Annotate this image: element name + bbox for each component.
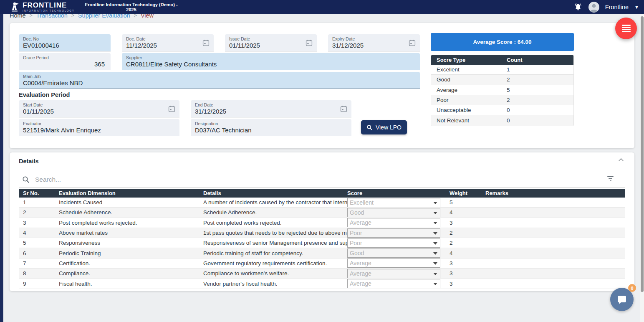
dimension-cell: Post completed works rejected. bbox=[59, 220, 203, 226]
details-cell: Schedule Adherence. bbox=[203, 209, 347, 216]
chevron-down-icon bbox=[433, 202, 437, 204]
score-select[interactable]: Average bbox=[347, 259, 440, 268]
score-select[interactable]: Poor bbox=[347, 228, 440, 238]
evaluator-field[interactable]: Evaluator 521519/Mark Alvin Enriquez bbox=[19, 119, 179, 136]
evaluator-value: 521519/Mark Alvin Enriquez bbox=[23, 126, 175, 134]
user-menu-label[interactable]: Frontline bbox=[605, 4, 629, 10]
view-lpo-button[interactable]: View LPO bbox=[361, 120, 407, 134]
score-summary-table: Socre Type Count Excellent 1 Good 2 Aver… bbox=[431, 55, 574, 126]
score-select[interactable]: Average bbox=[347, 279, 440, 288]
issue-date-value: 01/11/2025 bbox=[229, 41, 313, 50]
user-menu-chevron-down-icon[interactable]: ▼ bbox=[634, 5, 639, 10]
score-type-cell: Unacceptable bbox=[431, 107, 507, 113]
sr-cell: 8 bbox=[19, 270, 59, 276]
details-table-row: 5 Responsiveness Responsiveness of senio… bbox=[19, 238, 625, 248]
score-summary-row: Not Relevant 0 bbox=[431, 115, 573, 125]
details-table: Sr No. Evaluation Dimension Details Scor… bbox=[19, 189, 625, 289]
calendar-icon[interactable] bbox=[202, 39, 210, 46]
details-table-row: 3 Post completed works rejected. Post co… bbox=[19, 218, 625, 228]
score-select[interactable]: Average bbox=[347, 269, 440, 278]
navbar-right: Frontline ▼ bbox=[573, 0, 639, 14]
score-select-value: Excellent bbox=[348, 199, 429, 206]
supplier-evaluation-form-card: Doc. No EV01000416 Doc. Date 11/12/2025 … bbox=[10, 23, 634, 148]
chevron-down-icon bbox=[433, 232, 437, 235]
chevron-down-icon bbox=[433, 283, 437, 285]
calendar-icon[interactable] bbox=[340, 105, 347, 112]
weight-cell: 3 bbox=[450, 260, 485, 266]
calendar-icon[interactable] bbox=[168, 105, 175, 112]
score-count-cell: 2 bbox=[507, 97, 573, 103]
dimension-cell: Compliance. bbox=[59, 270, 203, 276]
end-date-field[interactable]: End Date 31/12/2025 bbox=[191, 100, 351, 117]
main-job-field[interactable]: Main Job C0004/Emirates NBD bbox=[19, 72, 420, 89]
sr-cell: 4 bbox=[19, 230, 59, 236]
start-date-field[interactable]: Start Date 01/11/2025 bbox=[19, 100, 179, 117]
calendar-icon[interactable] bbox=[409, 39, 416, 46]
supplier-field[interactable]: Supplier CR0811/Elite Safety Consultants bbox=[122, 53, 420, 70]
filter-icon[interactable] bbox=[607, 176, 614, 183]
expiry-date-field[interactable]: Expiry Date 31/12/2025 bbox=[328, 34, 420, 51]
vertical-scrollbar[interactable] bbox=[640, 14, 644, 322]
details-table-row: 8 Compliance. Compliance to workmen's we… bbox=[19, 269, 625, 279]
page-root: Home > Transaction > Supplier Evaluation… bbox=[0, 0, 644, 322]
score-summary-row: Average 5 bbox=[431, 85, 573, 95]
start-date-label: Start Date bbox=[23, 102, 175, 107]
doc-date-field[interactable]: Doc. Date 11/12/2025 bbox=[122, 34, 214, 51]
dimension-cell: Incidents Caused bbox=[59, 199, 203, 205]
logo-subtitle: INFORMATION TECHNOLOGY bbox=[23, 10, 75, 12]
score-select[interactable]: Good bbox=[347, 248, 440, 258]
score-count-cell: 0 bbox=[507, 117, 573, 124]
frontline-logo[interactable]: FRONTLINE INFORMATION TECHNOLOGY bbox=[11, 2, 75, 13]
score-select-value: Good bbox=[348, 250, 429, 256]
collapsed-sidebar[interactable] bbox=[0, 14, 3, 322]
score-select[interactable]: Poor bbox=[347, 238, 440, 248]
notifications-bell-icon[interactable] bbox=[573, 3, 583, 12]
main-job-value: C0004/Emirates NBD bbox=[23, 79, 416, 87]
calendar-icon[interactable] bbox=[306, 39, 313, 46]
details-table-header: Sr No. Evaluation Dimension Details Scor… bbox=[19, 189, 625, 198]
details-cell: 1st pass quotes that needs to be rejecte… bbox=[203, 230, 347, 236]
grace-period-field[interactable]: Grace Period 365 bbox=[19, 53, 111, 70]
sr-cell: 5 bbox=[19, 240, 59, 246]
chat-badge: 0 bbox=[628, 284, 636, 292]
average-score-banner: Average Score : 64.00 bbox=[431, 33, 574, 51]
header-sr-no: Sr No. bbox=[19, 190, 59, 196]
sr-cell: 2 bbox=[19, 209, 59, 216]
sr-cell: 6 bbox=[19, 250, 59, 256]
score-select-value: Average bbox=[348, 219, 429, 226]
grace-period-label: Grace Period bbox=[23, 55, 106, 60]
issue-date-field[interactable]: Issue Date 01/11/2025 bbox=[225, 34, 317, 51]
chat-bubble-icon bbox=[616, 294, 627, 305]
search-input[interactable] bbox=[35, 176, 578, 183]
view-lpo-label: View LPO bbox=[376, 124, 402, 131]
details-table-row: 2 Schedule Adherence. Schedule Adherence… bbox=[19, 208, 625, 218]
details-search-bar bbox=[19, 172, 625, 188]
score-select-value: Average bbox=[348, 260, 429, 266]
weight-cell: 3 bbox=[450, 270, 485, 276]
score-summary-row: Good 2 bbox=[431, 75, 573, 85]
app-title: Frontline Information Technology (Demo) … bbox=[81, 2, 182, 12]
doc-date-label: Doc. Date bbox=[126, 36, 210, 41]
collapse-chevron-up-icon[interactable] bbox=[618, 157, 624, 163]
score-count-header: Count bbox=[507, 57, 573, 63]
avatar[interactable] bbox=[588, 2, 599, 13]
details-table-row: 1 Incidents Caused A number of incidents… bbox=[19, 198, 625, 208]
app-title-line2: 2025 bbox=[81, 7, 182, 12]
scrollbar-thumb[interactable] bbox=[641, 16, 644, 292]
dimension-cell: Periodic Training bbox=[59, 250, 203, 256]
score-select[interactable]: Average bbox=[347, 218, 440, 227]
end-date-label: End Date bbox=[195, 102, 347, 107]
score-summary-row: Unacceptable 0 bbox=[431, 105, 573, 115]
score-select[interactable]: Good bbox=[347, 208, 440, 217]
score-type-header: Socre Type bbox=[431, 57, 507, 63]
designation-field[interactable]: Designation D037/AC Technician bbox=[191, 119, 351, 136]
doc-no-field[interactable]: Doc. No EV01000416 bbox=[19, 34, 111, 51]
score-summary-row: Excellent 1 bbox=[431, 65, 573, 75]
score-type-cell: Not Relevant bbox=[431, 117, 507, 124]
score-count-cell: 2 bbox=[507, 76, 573, 83]
header-score: Score bbox=[347, 190, 450, 196]
score-select[interactable]: Excellent bbox=[347, 198, 440, 207]
chevron-down-icon bbox=[433, 222, 437, 224]
floating-menu-button[interactable] bbox=[615, 18, 637, 39]
top-navbar: FRONTLINE INFORMATION TECHNOLOGY Frontli… bbox=[0, 0, 644, 14]
